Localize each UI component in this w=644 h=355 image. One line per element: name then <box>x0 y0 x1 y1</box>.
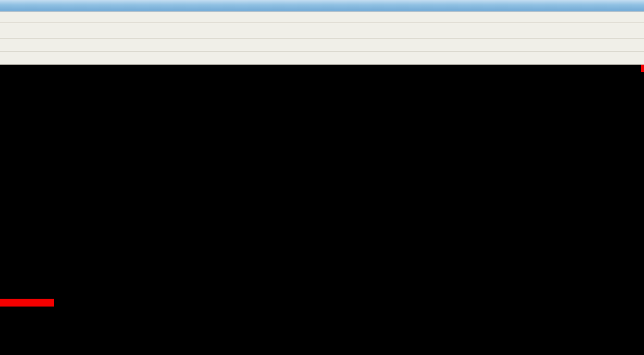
volume-last-badge <box>0 299 54 307</box>
kline-chart-canvas[interactable] <box>0 65 644 355</box>
toolbar-nav <box>0 39 644 52</box>
toolbar-draw <box>0 52 644 65</box>
toolbar-main <box>0 23 644 39</box>
app-window <box>0 0 644 355</box>
menubar <box>0 11 644 23</box>
chart-region <box>0 65 644 355</box>
current-date-badge <box>641 65 644 72</box>
titlebar[interactable] <box>0 0 644 11</box>
